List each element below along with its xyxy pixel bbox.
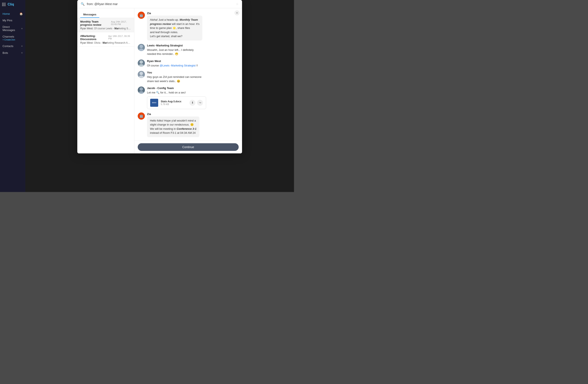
chat-text-2: Wooahh, Just an hour left... I definitel… <box>147 48 239 56</box>
search-modal-overlay: 🔍 ☆ Messages Monthly Team progress revie… <box>25 0 294 192</box>
search-body: Messages Monthly Team progress review Au… <box>77 8 242 154</box>
chat-bubble-1: Aloha! Just a heads-up. Monthly Teamprog… <box>147 16 202 40</box>
messages-panel: Messages Monthly Team progress review Au… <box>77 8 134 154</box>
chat-text-5: Let me 🔍 for it... hold on a sec! <box>147 91 239 95</box>
svg-point-4 <box>140 72 143 75</box>
svg-point-3 <box>139 64 144 67</box>
chat-message-5: Jacob - Config Team Let me 🔍 for it... h… <box>138 87 239 109</box>
messages-panel-header: Messages <box>80 10 99 18</box>
file-size: 5.79 KB <box>161 103 187 105</box>
message-item-2[interactable]: #Marketing-Discussions Apr 18th 2017, 06… <box>77 32 134 47</box>
message-time-1: Aug 24th 2017, 03:49 PM <box>111 20 131 25</box>
ryan-avatar <box>138 59 145 67</box>
sidebar-nav: Home 🏠 My Pins Direct Messages + Channel… <box>0 9 25 192</box>
add-dm-icon[interactable]: + <box>21 27 23 30</box>
message-preview-2: Ryan West: Olivia - Marketing Research A… <box>80 41 131 44</box>
close-button[interactable]: × <box>234 10 239 15</box>
chat-message-2: Lewis -Marketing Strategist Wooahh, Just… <box>138 44 239 56</box>
sidebar-item-direct-messages[interactable]: Direct Messages + <box>0 24 25 33</box>
star-icon: ☆ <box>236 2 239 6</box>
search-icon: 🔍 <box>81 2 85 6</box>
message-title-2: #Marketing-Discussions <box>80 34 108 41</box>
message-time-2: Apr 18th 2017, 06:39 PM <box>108 35 131 40</box>
search-container: 🔍 ☆ Messages Monthly Team progress revie… <box>77 0 242 154</box>
svg-point-0 <box>140 45 143 48</box>
chat-message-1: 🤖 Zia Aloha! Just a heads-up. Monthly Te… <box>138 12 239 40</box>
zia-avatar-1: 🤖 <box>138 12 145 19</box>
app-logo: Cliq <box>8 2 14 6</box>
chat-text-3: Of course @Lewis -Marketing Strategist !… <box>147 63 239 68</box>
sidebar: Cliq Home 🏠 My Pins Direct Messages + Ch… <box>0 0 25 192</box>
home-icon: 🏠 <box>20 12 23 15</box>
message-preview-1: Ryan West: Of course Lewis - Marketing S… <box>80 27 131 30</box>
grid-icon <box>2 3 5 6</box>
add-bot-icon[interactable]: + <box>21 51 23 55</box>
sidebar-bots-label: Bots <box>2 51 8 55</box>
main-area: 🔍 ☆ Messages Monthly Team progress revie… <box>25 0 294 192</box>
chat-text-4: Hey guys as ZIA just reminded can someon… <box>147 75 239 83</box>
svg-point-7 <box>139 91 144 94</box>
share-file-button[interactable]: ↪ <box>197 100 203 106</box>
chat-messages: 🤖 Zia Aloha! Just a heads-up. Monthly Te… <box>134 8 242 140</box>
svg-point-1 <box>139 49 144 51</box>
sidebar-home-label: Home <box>2 12 10 15</box>
svg-point-5 <box>139 76 144 78</box>
sidebar-contacts-label: Contacts <box>2 44 13 48</box>
sidebar-item-my-pins[interactable]: My Pins <box>0 17 25 24</box>
file-attachment: DOCX Stats Aug-3.docx 5.79 KB ⬇ ↪ <box>147 96 206 109</box>
download-file-button[interactable]: ⬇ <box>189 100 195 106</box>
svg-point-6 <box>140 87 143 91</box>
zia-avatar-2: 🤖 <box>138 113 145 120</box>
search-bar: 🔍 ☆ <box>77 0 242 8</box>
sender-name-3: Ryan West <box>147 59 239 63</box>
sidebar-channels-label: Channels <box>2 35 15 38</box>
chat-message-4: You Hey guys as ZIA just reminded can so… <box>138 71 239 83</box>
you-avatar <box>138 71 145 78</box>
sidebar-dm-label: Direct Messages <box>2 25 21 32</box>
mention-lewis: @Lewis -Marketing Strategist <box>160 64 196 67</box>
sender-name-4: You <box>147 71 239 74</box>
message-title-1: Monthly Team progress review <box>80 20 111 26</box>
sender-name-2: Lewis -Marketing Strategist <box>147 44 239 47</box>
sidebar-item-home[interactable]: Home 🏠 <box>0 11 25 17</box>
sidebar-item-bots[interactable]: Bots + <box>0 49 25 56</box>
docx-icon: DOCX <box>150 99 158 107</box>
create-join-channels[interactable]: + Create/Join <box>2 38 15 41</box>
sidebar-pins-label: My Pins <box>2 19 12 22</box>
chat-message-3: Ryan West Of course @Lewis -Marketing St… <box>138 59 239 68</box>
chat-panel: × 🤖 Zia Aloha! Just a heads-up. Monthly … <box>134 8 242 154</box>
file-name: Stats Aug-3.docx <box>161 100 187 103</box>
sidebar-item-channels[interactable]: Channels + Create/Join <box>0 33 25 43</box>
chat-bubble-2: Hello folks! Hope y'all wouldn't mind a … <box>147 116 199 137</box>
lewis-avatar <box>138 44 145 51</box>
sidebar-header: Cliq <box>0 0 25 9</box>
add-contact-icon[interactable]: + <box>21 44 23 48</box>
chat-message-6: 🤖 Zia Hello folks! Hope y'all wouldn't m… <box>138 113 239 137</box>
jacob-avatar <box>138 87 145 94</box>
svg-point-2 <box>140 60 143 64</box>
sender-name-6: Zia <box>147 113 239 116</box>
messages-header-wrap: Messages <box>77 8 134 18</box>
sender-name-1: Zia <box>147 12 239 15</box>
continue-bar: Continue <box>134 140 242 154</box>
message-item-1[interactable]: Monthly Team progress review Aug 24th 20… <box>77 18 134 32</box>
search-input[interactable] <box>87 2 234 6</box>
sender-name-5: Jacob - Config Team <box>147 87 239 90</box>
continue-button[interactable]: Continue <box>138 143 239 151</box>
sidebar-item-contacts[interactable]: Contacts + <box>0 43 25 49</box>
